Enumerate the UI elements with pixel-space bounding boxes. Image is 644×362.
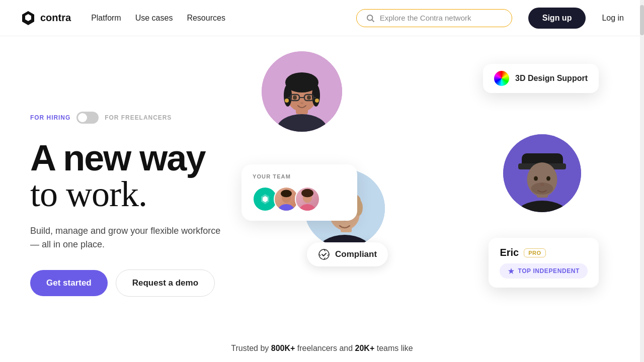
login-button[interactable]: Log in (602, 14, 624, 23)
woman-illustration (262, 51, 342, 132)
top-independent-label: TOP INDEPENDENT (518, 267, 580, 275)
eric-name-row: Eric PRO (500, 247, 588, 258)
svg-point-32 (281, 190, 292, 198)
svg-point-34 (299, 204, 315, 212)
footer-trusted: Trusted by 800K+ freelancers and 20K+ te… (231, 344, 413, 353)
teams-count: 20K+ (355, 344, 375, 352)
nav-resources[interactable]: Resources (187, 14, 225, 23)
design-support-card: 3D Design Support (483, 64, 599, 93)
mode-toggle-row: FOR HIRING FOR FREELANCERS (30, 112, 231, 124)
team-avatars (253, 187, 346, 212)
signup-button[interactable]: Sign up (528, 8, 586, 29)
svg-line-1 (372, 20, 374, 22)
search-placeholder: Explore the Contra network (380, 14, 471, 22)
mode-toggle-switch[interactable] (76, 112, 99, 124)
nav-links: Platform Use cases Resources (91, 14, 225, 23)
design-support-label: 3D Design Support (515, 74, 588, 83)
search-icon (366, 14, 375, 23)
woman-avatar (262, 51, 342, 132)
team-card: YOUR TEAM (242, 164, 357, 221)
for-hiring-label: FOR HIRING (30, 114, 70, 121)
nav-platform[interactable]: Platform (91, 14, 121, 23)
compliant-label: Compliant (335, 249, 377, 259)
top-independent-icon (508, 267, 515, 275)
hero-headline-line2: to work. (30, 176, 231, 212)
cta-buttons: Get started Request a demo (30, 269, 231, 297)
svg-point-17 (285, 99, 289, 103)
svg-point-0 (367, 15, 373, 21)
hero-subtext: Build, manage and grow your flexible wor… (30, 224, 231, 251)
scrollbar-thumb[interactable] (640, 5, 644, 35)
nav-use-cases[interactable]: Use cases (135, 14, 173, 23)
hero-illustration: 3D Design Support (231, 36, 614, 362)
pro-badge: PRO (524, 248, 546, 257)
freelancers-count: 800K+ (271, 344, 295, 352)
man-illustration (503, 134, 581, 212)
svg-point-28 (540, 183, 544, 186)
logo-text: contra (40, 12, 71, 24)
man-avatar (503, 134, 581, 212)
team-card-label: YOUR TEAM (253, 173, 346, 179)
svg-point-14 (293, 96, 297, 100)
eric-name: Eric (500, 247, 519, 258)
svg-point-15 (307, 96, 311, 100)
trusted-prefix: Trusted by (231, 344, 269, 352)
compliant-icon (318, 248, 330, 260)
request-demo-button[interactable]: Request a demo (116, 269, 215, 297)
svg-point-27 (546, 176, 550, 181)
hero-headline-line1: A new way (30, 140, 231, 176)
team-avatar-woman2 (295, 187, 320, 212)
logo[interactable]: contra (20, 10, 71, 26)
teams-label: teams like (377, 344, 413, 352)
svg-point-31 (278, 204, 294, 212)
svg-point-16 (300, 102, 303, 104)
get-started-button[interactable]: Get started (30, 270, 108, 296)
compliant-badge: Compliant (307, 242, 388, 266)
scrollbar[interactable] (640, 0, 644, 362)
svg-point-18 (315, 99, 319, 103)
eric-card: Eric PRO TOP INDEPENDENT (489, 238, 599, 288)
svg-point-26 (534, 176, 538, 181)
top-independent-badge: TOP INDEPENDENT (500, 263, 588, 279)
for-freelancers-label: FOR FREELANCERS (105, 114, 172, 121)
svg-point-46 (319, 249, 329, 259)
hero-left: FOR HIRING FOR FREELANCERS A new way to … (30, 36, 231, 362)
main-content: FOR HIRING FOR FREELANCERS A new way to … (0, 36, 644, 362)
freelancers-label: freelancers and (297, 344, 353, 352)
svg-point-35 (301, 189, 313, 198)
search-bar[interactable]: Explore the Contra network (356, 9, 512, 27)
navigation: contra Platform Use cases Resources Expl… (0, 0, 644, 36)
rainbow-icon (494, 71, 509, 86)
